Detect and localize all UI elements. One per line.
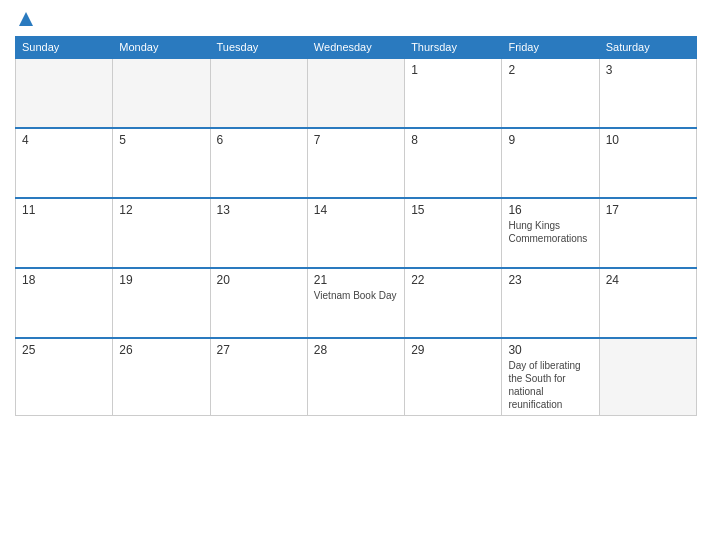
calendar-cell: 7 (307, 128, 404, 198)
calendar-cell: 6 (210, 128, 307, 198)
day-number: 30 (508, 343, 592, 357)
day-number: 7 (314, 133, 398, 147)
week-row-5: 252627282930Day of liberating the South … (16, 338, 697, 416)
calendar-cell (210, 58, 307, 128)
calendar-cell: 11 (16, 198, 113, 268)
calendar-cell (599, 338, 696, 416)
logo-icon (17, 10, 35, 28)
day-number: 5 (119, 133, 203, 147)
weekday-header-tuesday: Tuesday (210, 37, 307, 59)
calendar-cell: 21Vietnam Book Day (307, 268, 404, 338)
weekday-header-saturday: Saturday (599, 37, 696, 59)
calendar-cell: 19 (113, 268, 210, 338)
day-number: 4 (22, 133, 106, 147)
day-number: 13 (217, 203, 301, 217)
calendar-cell: 4 (16, 128, 113, 198)
calendar-page: SundayMondayTuesdayWednesdayThursdayFrid… (0, 0, 712, 550)
day-number: 27 (217, 343, 301, 357)
calendar-cell: 29 (405, 338, 502, 416)
calendar-cell: 8 (405, 128, 502, 198)
calendar-cell: 5 (113, 128, 210, 198)
weekday-header-wednesday: Wednesday (307, 37, 404, 59)
calendar-cell (113, 58, 210, 128)
day-number: 15 (411, 203, 495, 217)
day-number: 26 (119, 343, 203, 357)
calendar-cell: 14 (307, 198, 404, 268)
day-number: 18 (22, 273, 106, 287)
header (15, 10, 697, 28)
week-row-2: 45678910 (16, 128, 697, 198)
calendar-cell: 10 (599, 128, 696, 198)
calendar-cell (307, 58, 404, 128)
calendar-cell: 30Day of liberating the South for nation… (502, 338, 599, 416)
calendar-cell: 18 (16, 268, 113, 338)
calendar-cell: 16Hung Kings Commemorations (502, 198, 599, 268)
weekday-header-monday: Monday (113, 37, 210, 59)
day-number: 20 (217, 273, 301, 287)
calendar-cell: 27 (210, 338, 307, 416)
day-number: 6 (217, 133, 301, 147)
calendar-cell: 3 (599, 58, 696, 128)
day-number: 10 (606, 133, 690, 147)
event-label: Vietnam Book Day (314, 289, 398, 302)
logo (15, 10, 37, 28)
calendar-cell: 22 (405, 268, 502, 338)
day-number: 11 (22, 203, 106, 217)
calendar-cell: 23 (502, 268, 599, 338)
day-number: 1 (411, 63, 495, 77)
day-number: 9 (508, 133, 592, 147)
day-number: 14 (314, 203, 398, 217)
event-label: Hung Kings Commemorations (508, 219, 592, 245)
day-number: 16 (508, 203, 592, 217)
day-number: 28 (314, 343, 398, 357)
day-number: 17 (606, 203, 690, 217)
day-number: 22 (411, 273, 495, 287)
calendar-cell: 12 (113, 198, 210, 268)
calendar-cell: 13 (210, 198, 307, 268)
day-number: 21 (314, 273, 398, 287)
week-row-3: 111213141516Hung Kings Commemorations17 (16, 198, 697, 268)
day-number: 8 (411, 133, 495, 147)
calendar-cell: 28 (307, 338, 404, 416)
calendar-cell: 24 (599, 268, 696, 338)
calendar-cell: 20 (210, 268, 307, 338)
day-number: 25 (22, 343, 106, 357)
calendar-cell: 25 (16, 338, 113, 416)
calendar-cell: 15 (405, 198, 502, 268)
weekday-header-thursday: Thursday (405, 37, 502, 59)
calendar-cell: 26 (113, 338, 210, 416)
day-number: 19 (119, 273, 203, 287)
day-number: 24 (606, 273, 690, 287)
calendar-cell: 9 (502, 128, 599, 198)
day-number: 12 (119, 203, 203, 217)
weekday-header-friday: Friday (502, 37, 599, 59)
calendar-table: SundayMondayTuesdayWednesdayThursdayFrid… (15, 36, 697, 416)
day-number: 2 (508, 63, 592, 77)
weekday-header-row: SundayMondayTuesdayWednesdayThursdayFrid… (16, 37, 697, 59)
day-number: 29 (411, 343, 495, 357)
svg-marker-0 (19, 12, 33, 26)
calendar-cell (16, 58, 113, 128)
day-number: 3 (606, 63, 690, 77)
week-row-1: 123 (16, 58, 697, 128)
calendar-cell: 17 (599, 198, 696, 268)
week-row-4: 18192021Vietnam Book Day222324 (16, 268, 697, 338)
day-number: 23 (508, 273, 592, 287)
event-label: Day of liberating the South for national… (508, 359, 592, 411)
calendar-cell: 1 (405, 58, 502, 128)
weekday-header-sunday: Sunday (16, 37, 113, 59)
calendar-cell: 2 (502, 58, 599, 128)
